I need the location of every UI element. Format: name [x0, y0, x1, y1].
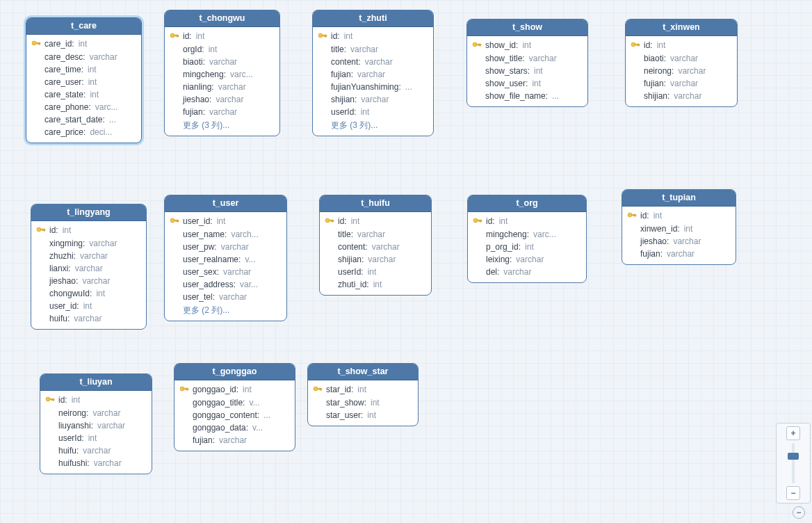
- table-header[interactable]: t_chongwu: [165, 10, 279, 27]
- column-row[interactable]: fujian:varchar: [626, 248, 731, 260]
- column-row[interactable]: fujian:varchar: [169, 106, 275, 118]
- table-header[interactable]: t_tupian: [622, 190, 736, 207]
- column-row[interactable]: zhuti_id:int: [324, 278, 427, 291]
- column-row[interactable]: content:varchar: [324, 241, 427, 253]
- zoom-in-button[interactable]: +: [786, 426, 800, 440]
- column-row[interactable]: user_sex:varchar: [169, 266, 282, 278]
- table-header[interactable]: t_zhuti: [313, 10, 433, 27]
- column-row[interactable]: id:int: [35, 224, 142, 237]
- column-row[interactable]: xingming:varchar: [35, 237, 142, 250]
- table-t_chongwu[interactable]: t_chongwu id:intorgId:intbiaoti:varcharm…: [164, 10, 280, 136]
- column-row[interactable]: jieshao:varchar: [169, 93, 275, 106]
- table-t_show_star[interactable]: t_show_star star_id:intstar_show:intstar…: [307, 363, 419, 426]
- table-t_xinwen[interactable]: t_xinwen id:intbiaoti:varcharneirong:var…: [625, 19, 738, 107]
- column-row[interactable]: user_address:var...: [169, 278, 282, 291]
- column-row[interactable]: gonggao_title:v...: [179, 396, 291, 409]
- column-row[interactable]: show_id:int: [471, 39, 583, 52]
- column-row[interactable]: xinwen_id:int: [626, 223, 731, 235]
- column-row[interactable]: content:varchar: [317, 56, 429, 68]
- table-t_show[interactable]: t_show show_id:intshow_title:varcharshow…: [466, 19, 588, 107]
- column-row[interactable]: biaoti:varchar: [169, 56, 275, 68]
- column-row[interactable]: show_stars:int: [471, 65, 583, 77]
- column-row[interactable]: gonggao_content:...: [179, 409, 291, 421]
- table-t_zhuti[interactable]: t_zhuti id:inttitle:varcharcontent:varch…: [312, 10, 434, 136]
- column-row[interactable]: care_phone:varc...: [31, 101, 137, 113]
- column-row[interactable]: show_user:int: [471, 77, 583, 90]
- column-row[interactable]: shijian:varchar: [630, 90, 733, 102]
- column-row[interactable]: star_id:int: [312, 383, 414, 396]
- column-row[interactable]: mingcheng:varc...: [169, 68, 275, 81]
- column-row[interactable]: zhuzhi:varchar: [35, 250, 142, 262]
- table-header[interactable]: t_org: [468, 195, 586, 212]
- column-row[interactable]: userId:int: [44, 432, 147, 444]
- column-row[interactable]: care_price:deci...: [31, 126, 137, 138]
- more-columns-link[interactable]: 更多 (2 列)...: [169, 303, 282, 316]
- table-header[interactable]: t_huifu: [320, 195, 431, 212]
- column-row[interactable]: care_time:int: [31, 63, 137, 76]
- table-t_huifu[interactable]: t_huifu id:inttitle:varcharcontent:varch…: [319, 195, 432, 296]
- column-row[interactable]: fujian:varchar: [317, 68, 429, 81]
- table-header[interactable]: t_show: [467, 19, 587, 36]
- column-row[interactable]: huifu:varchar: [44, 444, 147, 457]
- column-row[interactable]: id:int: [317, 30, 429, 43]
- column-row[interactable]: biaoti:varchar: [630, 52, 733, 65]
- column-row[interactable]: user_id:int: [169, 215, 282, 228]
- table-header[interactable]: t_liuyan: [40, 374, 152, 391]
- column-row[interactable]: jieshao:varchar: [35, 275, 142, 287]
- column-row[interactable]: show_file_name:...: [471, 90, 583, 102]
- column-row[interactable]: shijian:varchar: [317, 93, 429, 106]
- column-row[interactable]: care_start_date:...: [31, 113, 137, 126]
- column-row[interactable]: p_org_id:int: [472, 241, 582, 253]
- column-row[interactable]: fujian:varchar: [179, 434, 291, 446]
- more-columns-link[interactable]: 更多 (3 列)...: [169, 118, 275, 131]
- column-row[interactable]: id:int: [626, 209, 731, 223]
- zoom-track[interactable]: [792, 443, 795, 483]
- column-row[interactable]: orgId:int: [169, 43, 275, 56]
- table-t_user[interactable]: t_user user_id:intuser_name:varch...user…: [164, 195, 287, 321]
- zoom-reset-button[interactable]: −: [793, 506, 805, 519]
- column-row[interactable]: fujianYuanshiming:...: [317, 81, 429, 93]
- column-row[interactable]: title:varchar: [324, 228, 427, 241]
- column-row[interactable]: gonggao_id:int: [179, 383, 291, 396]
- column-row[interactable]: care_id:int: [31, 38, 137, 51]
- column-row[interactable]: user_realname:v...: [169, 253, 282, 266]
- column-row[interactable]: star_user:int: [312, 409, 414, 421]
- more-columns-link[interactable]: 更多 (3 列)...: [317, 118, 429, 131]
- column-row[interactable]: title:varchar: [317, 43, 429, 56]
- column-row[interactable]: user_tel:varchar: [169, 291, 282, 303]
- table-t_care[interactable]: t_care care_id:intcare_desc:varcharcare_…: [26, 17, 142, 143]
- column-row[interactable]: care_state:int: [31, 88, 137, 101]
- column-row[interactable]: chongwuId:int: [35, 287, 142, 300]
- table-header[interactable]: t_lingyang: [31, 204, 146, 221]
- column-row[interactable]: user_name:varch...: [169, 228, 282, 241]
- column-row[interactable]: id:int: [324, 215, 427, 228]
- column-row[interactable]: user_id:int: [35, 300, 142, 312]
- column-row[interactable]: star_show:int: [312, 396, 414, 409]
- table-header[interactable]: t_show_star: [308, 364, 418, 380]
- column-row[interactable]: neirong:varchar: [630, 65, 733, 77]
- zoom-handle[interactable]: [788, 453, 799, 460]
- column-row[interactable]: huifu:varchar: [35, 312, 142, 325]
- table-header[interactable]: t_xinwen: [626, 19, 737, 36]
- column-row[interactable]: care_desc:varchar: [31, 51, 137, 63]
- table-t_tupian[interactable]: t_tupian id:intxinwen_id:intjieshao:varc…: [622, 189, 736, 265]
- column-row[interactable]: neirong:varchar: [44, 407, 147, 419]
- column-row[interactable]: show_title:varchar: [471, 52, 583, 65]
- column-row[interactable]: fujian:varchar: [630, 77, 733, 90]
- column-row[interactable]: gonggao_data:v...: [179, 421, 291, 434]
- column-row[interactable]: userId:int: [324, 266, 427, 278]
- column-row[interactable]: shijian:varchar: [324, 253, 427, 266]
- column-row[interactable]: lianxi:varchar: [35, 262, 142, 275]
- table-t_lingyang[interactable]: t_lingyang id:intxingming:varcharzhuzhi:…: [31, 204, 147, 330]
- table-header[interactable]: t_gonggao: [174, 364, 295, 380]
- table-header[interactable]: t_user: [165, 195, 286, 212]
- column-row[interactable]: mingcheng:varc...: [472, 228, 582, 241]
- table-header[interactable]: t_care: [26, 18, 141, 35]
- column-row[interactable]: nianling:varchar: [169, 81, 275, 93]
- diagram-canvas[interactable]: t_care care_id:intcare_desc:varcharcare_…: [0, 0, 812, 523]
- column-row[interactable]: del:varchar: [472, 266, 582, 278]
- table-t_gonggao[interactable]: t_gonggao gonggao_id:intgonggao_title:v.…: [174, 363, 295, 451]
- column-row[interactable]: id:int: [169, 30, 275, 43]
- column-row[interactable]: care_user:int: [31, 76, 137, 88]
- column-row[interactable]: huifushi:varchar: [44, 457, 147, 469]
